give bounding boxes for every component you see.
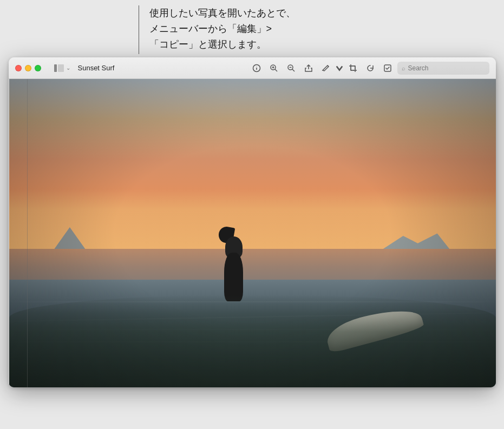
svg-rect-10 — [351, 66, 355, 70]
markup-button[interactable] — [318, 61, 333, 76]
search-input[interactable] — [408, 64, 485, 72]
markup-chevron-icon — [336, 64, 343, 72]
callout-pointer-line — [139, 5, 139, 54]
callout-indicator-line — [27, 79, 28, 387]
zoom-out-button[interactable] — [284, 61, 299, 76]
minimize-button[interactable] — [25, 65, 31, 71]
crop-button[interactable] — [345, 61, 361, 76]
foreground-swell — [9, 295, 496, 387]
search-icon: ⌕ — [402, 65, 405, 71]
revert-icon — [366, 64, 375, 72]
svg-line-8 — [292, 69, 294, 71]
zoom-out-icon — [287, 64, 296, 72]
maximize-button[interactable] — [35, 65, 41, 71]
sidebar-chevron-icon: ⌄ — [66, 65, 70, 71]
content-area — [9, 79, 496, 387]
info-button[interactable] — [249, 61, 264, 76]
titlebar: ⌄ Sunset Surf — [9, 57, 496, 79]
markup-icon — [322, 64, 330, 72]
edit-button[interactable] — [380, 61, 395, 76]
info-icon — [252, 64, 261, 72]
window-title: Sunset Surf — [78, 64, 115, 72]
callout-container: 使用したい写真を開いたあとで、 メニューバーから「編集」> 「コピー」と選択しま… — [74, 5, 431, 57]
surfer-body — [224, 253, 243, 301]
traffic-lights — [15, 65, 41, 71]
svg-point-2 — [256, 66, 257, 67]
callout-text: 使用したい写真を開いたあとで、 メニューバーから「編集」> 「コピー」と選択しま… — [149, 5, 431, 52]
search-field[interactable]: ⌕ — [397, 62, 489, 75]
zoom-in-icon — [270, 64, 278, 72]
crop-icon — [349, 64, 357, 72]
share-icon — [304, 64, 313, 72]
photo-canvas — [9, 79, 496, 387]
sidebar-toggle-button[interactable]: ⌄ — [51, 63, 74, 74]
zoom-in-button[interactable] — [266, 61, 282, 76]
surfer-silhouette — [213, 231, 257, 301]
revert-button[interactable] — [363, 61, 378, 76]
svg-line-4 — [275, 69, 277, 71]
markup-dropdown-button[interactable] — [336, 61, 343, 76]
app-window: ⌄ Sunset Surf — [9, 57, 496, 387]
photo-area — [9, 79, 496, 387]
sidebar-toggle-icon — [54, 64, 64, 72]
share-button[interactable] — [301, 61, 316, 76]
edit-icon — [383, 64, 392, 72]
close-button[interactable] — [15, 65, 22, 71]
toolbar-icons: ⌕ — [249, 61, 489, 76]
